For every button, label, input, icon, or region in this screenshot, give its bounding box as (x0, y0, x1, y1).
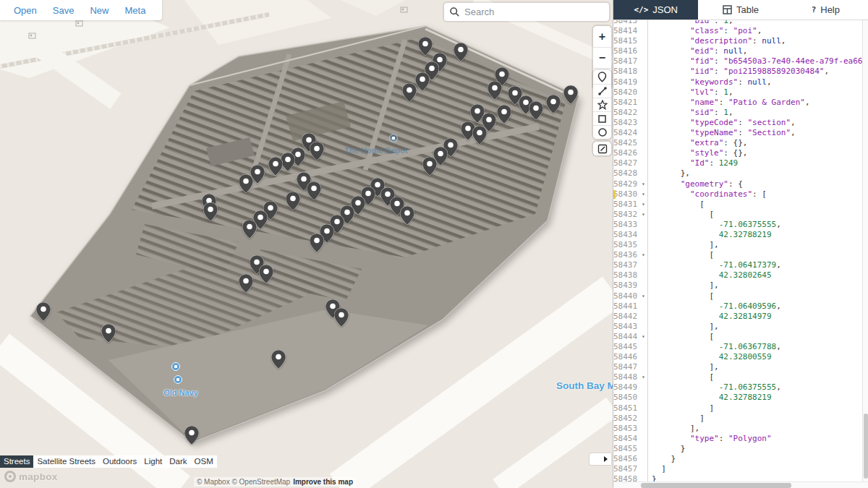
map-marker-pin[interactable] (488, 81, 502, 100)
editor-line[interactable]: 58443 ], (613, 322, 862, 332)
map-marker-pin[interactable] (472, 126, 487, 145)
editor-line[interactable]: 58434 42.32788219 (613, 230, 862, 240)
editor-line[interactable]: 58418 "iid": "poi2159885892030484", (613, 67, 862, 77)
editor-line[interactable]: 58444▾ [ (613, 332, 862, 342)
editor-line[interactable]: 58416 "eid": null, (613, 46, 862, 56)
map-marker-pin[interactable] (203, 202, 218, 221)
poi-icon[interactable] (171, 362, 180, 371)
editor-line[interactable]: 58432▾ [ (613, 210, 862, 220)
map-marker-pin[interactable] (497, 105, 511, 124)
horizontal-scrollbar-thumb[interactable] (641, 483, 791, 488)
editor-line[interactable]: 58419 "keywords": null, (613, 77, 862, 87)
search-input[interactable] (464, 7, 603, 17)
map-marker-pin[interactable] (286, 192, 300, 210)
map-marker-pin[interactable] (36, 302, 51, 321)
map-marker-pin[interactable] (242, 220, 257, 239)
editor-line[interactable]: 58436▾ [ (613, 250, 862, 260)
map-marker-pin[interactable] (239, 274, 253, 293)
editor-line[interactable]: 58415 "description": null, (613, 36, 862, 46)
editor-line[interactable]: 58439 ], (613, 281, 862, 291)
editor-line[interactable]: 58422 "sid": 1, (613, 108, 862, 118)
editor-line[interactable]: 58446 42.32800559 (613, 352, 862, 362)
map-marker-pin[interactable] (529, 101, 543, 120)
editor-line[interactable]: 58429▾ "geometry": { (613, 179, 862, 189)
fold-arrow-icon[interactable]: ▾ (639, 179, 648, 189)
editor-line[interactable]: 58448▾ [ (613, 372, 862, 382)
fold-arrow-icon[interactable]: ▾ (639, 210, 648, 220)
map-marker-pin[interactable] (271, 350, 286, 369)
map-marker-pin[interactable] (259, 265, 273, 283)
editor-line[interactable]: 58441 -71.06409596, (613, 301, 862, 312)
map-style-osm[interactable]: OSM (191, 455, 217, 468)
editor-line[interactable]: 58433 -71.06375555, (613, 220, 862, 230)
map-style-outdoors[interactable]: Outdoors (99, 455, 140, 468)
fold-arrow-icon[interactable]: ▾ (639, 189, 648, 200)
panel-collapse-button[interactable] (590, 453, 611, 465)
editor-line[interactable]: 58413 "bid": 1, (613, 20, 862, 26)
vertical-scrollbar-thumb[interactable] (864, 414, 868, 479)
editor-line[interactable]: 58451 ] (613, 403, 862, 414)
map-marker-pin[interactable] (334, 308, 349, 327)
editor-line[interactable]: 58456 } (613, 454, 862, 464)
editor-line[interactable]: 58457 ] (613, 464, 862, 474)
map-marker-pin[interactable] (418, 37, 433, 56)
editor-line[interactable]: 58417 "fid": "b65450a3-7e40-44ee-a79f-ea… (613, 56, 862, 67)
editor-line[interactable]: 58449 -71.06375555, (613, 382, 862, 393)
circle-tool-button[interactable] (593, 125, 611, 139)
editor-line[interactable]: 58421 "name": "Patio & Garden", (613, 98, 862, 108)
map-marker-pin[interactable] (563, 85, 578, 104)
tab-help[interactable]: ?Help (783, 0, 868, 20)
map-marker-pin[interactable] (402, 83, 417, 102)
line-tool-button[interactable] (593, 84, 611, 98)
editor-line[interactable]: 58435 ], (613, 240, 862, 250)
map-marker-pin[interactable] (415, 72, 430, 91)
editor-line[interactable]: 58438 42.32802645 (613, 270, 862, 281)
map-marker-pin[interactable] (546, 95, 561, 114)
map-marker-pin[interactable] (454, 43, 468, 61)
editor-line[interactable]: 58450 42.32788219 (613, 393, 862, 403)
polygon-tool-button[interactable] (593, 98, 611, 111)
fold-arrow-icon[interactable]: ▾ (639, 250, 648, 260)
menu-item-meta[interactable]: Meta (124, 5, 145, 16)
fold-arrow-icon[interactable]: ▾ (639, 332, 648, 342)
tab-json[interactable]: </>JSON (613, 0, 698, 20)
menu-item-save[interactable]: Save (53, 5, 75, 16)
menu-item-open[interactable]: Open (14, 5, 37, 16)
editor-line[interactable]: 58453 ], (613, 424, 862, 434)
editor-line[interactable]: 58420 "lvl": 1, (613, 87, 862, 98)
map-marker-pin[interactable] (310, 234, 324, 252)
poi-icon[interactable] (389, 134, 398, 142)
editor-line[interactable]: 58440▾ [ (613, 291, 862, 301)
map-marker-pin[interactable] (310, 142, 324, 160)
map-style-streets[interactable]: Streets (0, 455, 33, 468)
editor-line[interactable]: 58426 "style": {}, (613, 148, 862, 158)
editor-line[interactable]: 58431▾ [ (613, 200, 862, 210)
fold-arrow-icon[interactable]: ▾ (639, 200, 648, 210)
edit-tool-button[interactable] (593, 142, 611, 155)
map-marker-pin[interactable] (184, 426, 199, 445)
fold-arrow-icon[interactable]: ▾ (639, 372, 648, 382)
marker-tool-button[interactable] (593, 70, 611, 84)
editor-line[interactable]: 58423 "typeCode": "section", (613, 118, 862, 128)
improve-map-link[interactable]: Improve this map (293, 478, 353, 486)
search-box[interactable] (444, 3, 609, 21)
horizontal-scrollbar[interactable] (613, 481, 868, 488)
vertical-scrollbar[interactable] (862, 20, 868, 481)
map-marker-pin[interactable] (281, 153, 295, 171)
json-editor[interactable]: 58413 "bid": 1,58414 "class": "poi",5841… (613, 20, 868, 488)
map-style-light[interactable]: Light (140, 455, 166, 468)
map-marker-pin[interactable] (268, 157, 283, 176)
map-marker-pin[interactable] (239, 174, 253, 193)
editor-line[interactable]: 58424 "typeName": "Section", (613, 128, 862, 138)
editor-line[interactable]: 58425 "extra": {}, (613, 138, 862, 148)
editor-line[interactable]: 58454 "type": "Polygon" (613, 434, 862, 444)
map-marker-pin[interactable] (400, 206, 414, 225)
fold-arrow-icon[interactable]: ▾ (639, 291, 648, 301)
map-marker-pin[interactable] (101, 324, 116, 343)
editor-line[interactable]: 58437 -71.06417379, (613, 260, 862, 270)
editor-line[interactable]: 58428 }, (613, 168, 862, 179)
menu-item-new[interactable]: New (90, 5, 109, 16)
mapbox-logo[interactable]: mapbox (4, 470, 58, 483)
map-marker-pin[interactable] (307, 181, 321, 200)
map-canvas[interactable]: The Home DepotOld NavySouth Bay M mapbox… (0, 0, 613, 488)
